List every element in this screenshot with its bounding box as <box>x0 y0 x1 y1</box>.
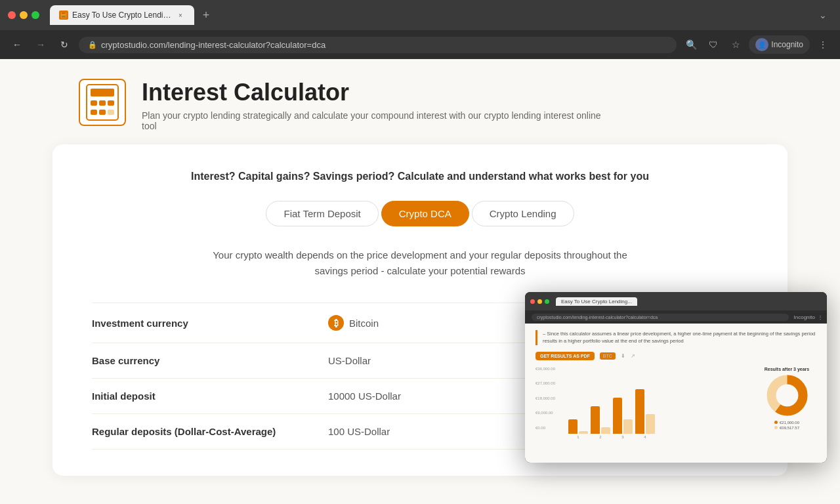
page-description: Plan your crypto lending strategically a… <box>142 110 601 131</box>
y-label-4: €36,000.00 <box>536 367 555 371</box>
popup-share-btn: ↗ <box>631 353 635 359</box>
initial-deposit-text: 10000 US-Dollar <box>328 390 401 402</box>
menu-icon[interactable]: ⋮ <box>814 35 832 54</box>
popup-download-icon: ⬇ <box>621 353 625 359</box>
bar-deposits-1 <box>568 419 578 434</box>
popup-chart-area: €36,000.00 €27,000.00 €18,000.00 €9,000.… <box>536 367 816 439</box>
tab-switcher: Fiat Term Deposit Crypto DCA Crypto Lend… <box>92 201 748 226</box>
profile-avatar: 👤 <box>755 38 768 51</box>
address-text: cryptostudio.com/lending-interest-calcul… <box>101 40 326 50</box>
traffic-lights <box>8 11 39 19</box>
tab-close-button[interactable]: × <box>176 10 185 20</box>
donut-legend: €21,000.00 €09,517.57 <box>774 421 799 431</box>
svg-rect-1 <box>91 89 114 96</box>
legend-dot-light <box>774 426 778 429</box>
address-bar[interactable]: 🔒 cryptostudio.com/lending-interest-calc… <box>79 37 677 53</box>
popup-tab: Easy To Use Crypto Lending... <box>556 297 637 306</box>
y-label-3: €27,000.00 <box>536 381 555 385</box>
bar-deposits-2 <box>591 406 600 434</box>
tab-title: Easy To Use Crypto Lending In... <box>72 10 172 20</box>
tab-description: Your crypto wealth depends on the price … <box>197 247 643 279</box>
bar-group-2: 2 <box>591 406 610 439</box>
regular-deposits-text: 100 US-Dollar <box>328 426 390 437</box>
legend-item-gains: €09,517.57 <box>774 426 799 430</box>
browser-chrome: 🧮 Easy To Use Crypto Lending In... × + ⌄… <box>0 0 840 59</box>
svg-rect-4 <box>108 100 114 106</box>
popup-min-dot <box>537 299 542 304</box>
bookmark-icon[interactable]: ☆ <box>726 35 745 54</box>
bar-gains-4 <box>646 414 655 434</box>
profile-button[interactable]: 👤 Incognito <box>749 35 810 54</box>
investment-currency-label: Investment currency <box>92 318 328 329</box>
popup-close-dot <box>530 299 535 304</box>
bar-label-2: 2 <box>599 435 601 439</box>
tab-bar: 🧮 Easy To Use Crypto Lending In... × + <box>50 5 808 25</box>
new-tab-button[interactable]: + <box>197 6 215 24</box>
popup-address: cryptostudio.com/lending-interest-calcul… <box>532 314 789 321</box>
tab-crypto-lending[interactable]: Crypto Lending <box>472 201 574 226</box>
active-tab[interactable]: 🧮 Easy To Use Crypto Lending In... × <box>50 5 194 25</box>
bar-group-1: 1 <box>568 419 588 439</box>
title-bar: 🧮 Easy To Use Crypto Lending In... × + ⌄ <box>0 0 840 30</box>
popup-overlay: Easy To Use Crypto Lending... cryptostud… <box>525 292 827 463</box>
investment-currency-text: Bitcoin <box>349 318 379 329</box>
svg-rect-7 <box>108 110 114 115</box>
legend-dot-orange <box>774 421 778 424</box>
bar-label-4: 4 <box>644 435 646 439</box>
window-menu-button[interactable]: ⌄ <box>814 6 832 24</box>
nav-bar: ← → ↻ 🔒 cryptostudio.com/lending-interes… <box>0 30 840 59</box>
popup-nav: cryptostudio.com/lending-interest-calcul… <box>525 310 827 324</box>
svg-rect-6 <box>99 110 106 115</box>
y-label-2: €18,000.00 <box>536 396 555 400</box>
page-content: Interest Calculator Plan your crypto len… <box>0 59 840 504</box>
bar-gains-1 <box>579 431 588 434</box>
legend-deposits-value: €21,000.00 <box>780 421 799 425</box>
shield-icon[interactable]: 🛡 <box>704 35 723 54</box>
popup-max-dot <box>545 299 549 304</box>
tab-fiat-term-deposit[interactable]: Fiat Term Deposit <box>266 201 378 226</box>
search-icon[interactable]: 🔍 <box>682 35 700 54</box>
popup-content: – Since this calculator assumes a linear… <box>525 324 827 463</box>
bar-gains-2 <box>601 427 610 434</box>
regular-deposits-label: Regular deposits (Dollar-Cost-Average) <box>92 426 328 437</box>
bar-group-3: 3 <box>613 398 633 439</box>
popup-results-header: GET RESULTS AS PDF BTC ⬇ ↗ <box>536 352 816 360</box>
back-button[interactable]: ← <box>8 35 26 54</box>
calculator-card: Interest? Capital gains? Savings period?… <box>52 144 788 476</box>
y-axis: €36,000.00 €27,000.00 €18,000.00 €9,000.… <box>536 367 555 439</box>
popup-get-results-button[interactable]: GET RESULTS AS PDF <box>536 352 595 360</box>
tab-favicon: 🧮 <box>59 10 68 20</box>
bar-deposits-3 <box>613 398 622 434</box>
header-section: Interest Calculator Plan your crypto len… <box>0 59 840 144</box>
svg-rect-3 <box>99 100 106 106</box>
popup-chrome: Easy To Use Crypto Lending... <box>525 292 827 310</box>
popup-donut-area: Results after 3 years €21,000.00 <box>757 367 816 439</box>
y-label-1: €9,000.00 <box>536 411 555 415</box>
bitcoin-icon: ₿ <box>328 315 344 331</box>
popup-share-icon: BTC <box>600 352 616 360</box>
forward-button[interactable]: → <box>32 35 50 54</box>
legend-item-deposits: €21,000.00 <box>774 421 799 425</box>
refresh-button[interactable]: ↻ <box>55 35 74 54</box>
base-currency-text: US-Dollar <box>328 355 371 366</box>
donut-chart <box>766 374 808 417</box>
lock-icon: 🔒 <box>88 41 97 49</box>
bar-label-1: 1 <box>577 435 579 439</box>
nav-actions: 🔍 🛡 ☆ 👤 Incognito ⋮ <box>682 35 832 54</box>
card-subtitle: Interest? Capital gains? Savings period?… <box>92 171 748 182</box>
svg-rect-2 <box>91 100 97 106</box>
maximize-button[interactable] <box>32 11 39 19</box>
calculator-icon <box>79 79 126 126</box>
svg-rect-5 <box>91 110 97 115</box>
bar-deposits-4 <box>635 389 644 434</box>
bar-label-3: 3 <box>621 435 623 439</box>
bar-group-4: 4 <box>635 389 655 439</box>
close-button[interactable] <box>8 11 16 19</box>
popup-bar-chart: 1 2 <box>568 367 747 439</box>
page-title: Interest Calculator <box>142 79 601 106</box>
tab-crypto-dca[interactable]: Crypto DCA <box>381 201 469 226</box>
profile-label: Incognito <box>771 40 803 49</box>
legend-gains-value: €09,517.57 <box>780 426 799 430</box>
base-currency-label: Base currency <box>92 355 328 366</box>
minimize-button[interactable] <box>20 11 28 19</box>
